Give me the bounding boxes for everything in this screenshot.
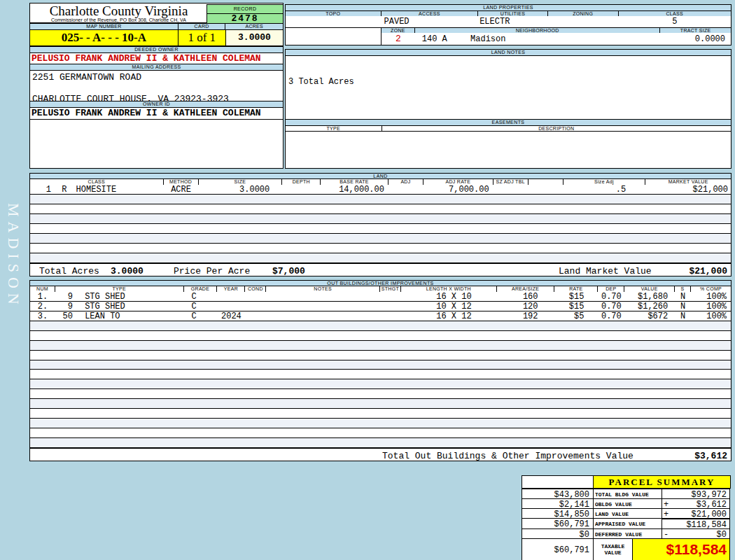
ps-prior-land: $14,850 bbox=[522, 508, 594, 519]
ob-num: 2. bbox=[30, 302, 55, 311]
land-notes-box: 3 Total Acres bbox=[285, 55, 732, 120]
ob-col-area-size: AREA/SIZE bbox=[497, 286, 555, 292]
ob-empty-row bbox=[30, 409, 731, 419]
ob-cond bbox=[245, 312, 266, 321]
parcel-summary: PARCEL SUMMARY $43,800 TOTAL BLDG VALUE … bbox=[522, 476, 733, 560]
ob-empty-row bbox=[30, 331, 731, 341]
ob-empty-row bbox=[30, 341, 731, 351]
land-empty-row bbox=[30, 234, 731, 244]
land-empty-row bbox=[30, 195, 731, 204]
class-label: CLASS bbox=[619, 11, 731, 16]
price-per-acre-label: Price Per Acre bbox=[174, 266, 250, 276]
ps-label-appraised: APPRAISED VALUE bbox=[593, 518, 662, 529]
land-row-adj bbox=[388, 185, 424, 194]
ob-num: 3. bbox=[30, 312, 55, 321]
topo-lower-box bbox=[285, 27, 382, 46]
ob-col-cond: COND bbox=[245, 286, 266, 292]
ob-cond bbox=[245, 302, 266, 311]
ob-col-num: NUM bbox=[30, 286, 55, 292]
ob-col-notes: NOTES bbox=[266, 286, 380, 292]
ps-value-appraised: $118,584 bbox=[662, 518, 730, 529]
ob-length-width: 10 X 12 bbox=[401, 302, 497, 311]
topo-label: TOPO bbox=[286, 11, 382, 16]
ob-type-code: 9 bbox=[55, 293, 73, 301]
land-col-size-adj: Size Adj bbox=[564, 179, 646, 185]
land-row-adj-rate: 7,000.00 bbox=[424, 185, 493, 194]
card-label: CARD bbox=[178, 24, 226, 29]
utilities-label: UTILITIES bbox=[478, 11, 548, 16]
land-row-sz-adj-tbl bbox=[493, 185, 528, 194]
ob-col-value: VALUE bbox=[624, 286, 675, 292]
ob-value: $1,680 bbox=[624, 292, 675, 301]
ps-prior-blank bbox=[522, 475, 594, 489]
ob-area-size: 160 bbox=[497, 292, 555, 301]
land-empty-row bbox=[30, 224, 731, 234]
ob-col-year: YEAR bbox=[217, 286, 245, 292]
ob-grade: C bbox=[184, 302, 218, 311]
neighborhood-label: NEIGHBORHOOD bbox=[415, 28, 661, 33]
ob-col-rate: RATE bbox=[554, 286, 598, 292]
land-row-method: ACRE bbox=[164, 185, 199, 194]
total-acres-label: Total Acres bbox=[39, 266, 99, 276]
tract-size-value: 0.0000 bbox=[660, 33, 731, 45]
ps-prior-appraised: $60,791 bbox=[522, 518, 594, 529]
ob-col-grade: GRADE bbox=[184, 286, 218, 292]
land-row-base-rate: 14,000.00 bbox=[321, 185, 388, 194]
ob-col-dep: DEP bbox=[598, 286, 624, 292]
out-buildings-empty-rows bbox=[29, 321, 732, 448]
land-empty-row bbox=[30, 253, 731, 263]
land-col-adj: ADJ bbox=[388, 179, 424, 185]
land-market-value-total: $21,000 bbox=[689, 266, 727, 276]
ob-grade: C bbox=[184, 312, 218, 321]
access-value: PAVED bbox=[382, 16, 479, 27]
ob-empty-row bbox=[30, 428, 731, 438]
ob-empty-row bbox=[30, 438, 731, 448]
ob-sthgt bbox=[380, 302, 401, 311]
out-building-row: 3. 50 LEAN TO C 2024 16 X 12 192 $5 0.70… bbox=[29, 312, 732, 321]
ob-s: N bbox=[675, 312, 691, 321]
ps-value: $0 bbox=[717, 530, 727, 539]
deeded-owner-value: PELUSIO FRANK ANDREW II & KATHLEEN COLEM… bbox=[29, 52, 284, 64]
map-number-value: 025- - A- - - 10-A bbox=[29, 29, 178, 46]
land-properties-value-row: PAVED ELECTR 5 bbox=[285, 16, 732, 28]
land-notes-text: 3 Total Acres bbox=[286, 56, 731, 87]
ob-num: 1. bbox=[30, 292, 55, 301]
ps-value-land: +$21,000 bbox=[662, 508, 730, 519]
ob-type-code: 50 bbox=[55, 312, 73, 321]
land-row-class-code: R bbox=[56, 185, 66, 194]
zone-value: 2 bbox=[382, 33, 415, 45]
ob-col-length-width: LENGTH X WIDTH bbox=[401, 286, 497, 292]
ob-sthgt bbox=[380, 312, 401, 321]
land-col-sz-adj-tbl: SZ ADJ TBL bbox=[493, 179, 528, 185]
acres-value: 3.0000 bbox=[225, 29, 284, 46]
out-buildings-total-label: Total Out Buildings & Other Improvements… bbox=[382, 451, 634, 461]
land-col-market-value: MARKET VALUE bbox=[645, 179, 731, 185]
acres-label: ACRES bbox=[225, 24, 283, 29]
ob-area-size: 120 bbox=[497, 302, 555, 311]
neighborhood-code: 140 A bbox=[415, 34, 447, 44]
map-card-acres-value-row: 025- - A- - - 10-A 1 of 1 3.0000 bbox=[29, 29, 284, 46]
ps-prior-obldg: $2,141 bbox=[522, 498, 594, 509]
land-col-method: METHOD bbox=[164, 179, 199, 185]
ob-dep: 0.70 bbox=[598, 292, 624, 301]
taxable-value: $118,584 bbox=[666, 541, 729, 557]
ps-label-obldg: OBLDG VALUE bbox=[593, 498, 662, 509]
tract-size-label: TRACT SIZE bbox=[660, 28, 731, 33]
record-label: RECORD bbox=[206, 4, 284, 14]
class-value: 5 bbox=[619, 16, 731, 27]
ob-type-code: 9 bbox=[55, 302, 73, 311]
ob-empty-row bbox=[30, 321, 731, 331]
ob-year bbox=[217, 302, 245, 311]
ob-year: 2024 bbox=[217, 312, 245, 321]
ps-label-total-bldg: TOTAL BLDG VALUE bbox=[593, 489, 662, 499]
ps-prior-taxable: $60,791 bbox=[522, 538, 594, 560]
zone-value-row: 2 140 A Madison 0.0000 bbox=[381, 33, 732, 46]
ob-empty-row bbox=[30, 379, 731, 389]
ob-empty-row bbox=[30, 399, 731, 409]
ps-prior-deferred: $0 bbox=[522, 528, 594, 539]
land-row-market-value: $21,000 bbox=[645, 185, 731, 194]
easement-type-label: TYPE bbox=[286, 126, 382, 131]
ob-length-width: 16 X 10 bbox=[401, 292, 497, 301]
easement-description-label: DESCRIPTION bbox=[382, 126, 731, 131]
ob-pct-comp: 100% bbox=[691, 312, 731, 321]
